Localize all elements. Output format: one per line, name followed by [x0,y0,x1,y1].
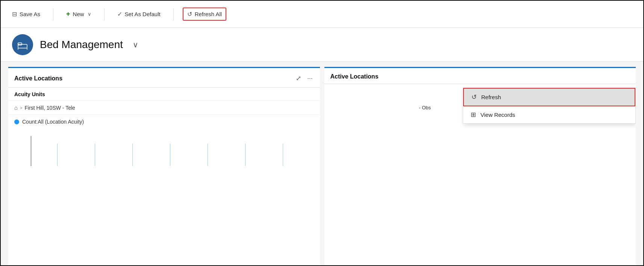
toolbar: ⊟ Save As + New ∨ ✓ Set As Default ↺ Ref… [1,1,643,28]
save-as-button[interactable]: ⊟ Save As [8,8,44,20]
bed-management-icon [17,39,28,50]
expand-icon[interactable]: ⤢ [295,73,302,83]
chart-line-6 [245,144,245,166]
chart-line-1 [57,144,58,166]
refresh-menu-label: Refresh [481,94,501,100]
set-as-default-label: Set As Default [125,11,161,17]
chart-line-3 [132,144,133,166]
context-menu: ↺ Refresh ⊞ View Records [463,88,636,124]
new-chevron-icon: ∨ [88,11,91,17]
chart-line-2 [95,144,95,166]
right-panel-title: Active Locations [330,73,379,80]
divider-2 [104,8,105,20]
count-dot [14,119,19,124]
view-records-menu-item[interactable]: ⊞ View Records [463,106,635,123]
section-label: Acuity Units [8,88,320,101]
breadcrumb-text: First Hill, 10SW - Tele [25,105,75,111]
view-records-icon: ⊞ [471,111,476,119]
left-panel-header: Active Locations ⤢ ··· [8,68,320,88]
new-button[interactable]: + New ∨ [62,8,95,20]
breadcrumb-chevron-icon: > [20,106,22,110]
refresh-menu-item[interactable]: ↺ Refresh [463,88,635,106]
count-label: Count:All (Location Acuity) [22,119,84,125]
count-row: Count:All (Location Acuity) [8,115,320,128]
right-panel-header: Active Locations [324,68,636,84]
new-label: New [73,11,84,17]
left-panel-title: Active Locations [14,75,62,82]
left-panel: Active Locations ⤢ ··· Acuity Units ⌂ > … [8,67,320,266]
svg-rect-1 [18,43,22,45]
refresh-all-label: Refresh All [195,11,222,17]
refresh-all-button[interactable]: ↺ Refresh All [183,8,227,21]
refresh-menu-icon: ↺ [471,93,477,101]
divider-1 [53,8,53,20]
obs-label: - Obs [419,105,431,110]
view-records-label: View Records [480,112,515,118]
chart-lines [8,128,320,166]
set-as-default-button[interactable]: ✓ Set As Default [114,8,164,20]
app-icon-circle [12,34,33,55]
chart-line-4 [170,144,170,166]
chart-line-7 [283,144,283,166]
content-area: Active Locations ⤢ ··· Acuity Units ⌂ > … [1,62,643,266]
chart-axis [31,136,31,166]
app-title: Bed Management [40,39,123,51]
checkmark-icon: ✓ [117,11,122,18]
home-icon: ⌂ [14,104,18,111]
plus-icon: + [66,10,70,18]
more-options-icon[interactable]: ··· [306,74,314,83]
breadcrumb-row: ⌂ > First Hill, 10SW - Tele [8,101,320,115]
chart-line-5 [208,144,208,166]
divider-3 [173,8,174,20]
app-title-chevron-icon[interactable]: ∨ [133,40,138,49]
save-icon: ⊟ [12,11,17,18]
save-as-label: Save As [20,11,40,17]
refresh-icon: ↺ [187,11,192,18]
app-header: Bed Management ∨ [1,28,643,62]
left-panel-icons: ⤢ ··· [295,73,314,83]
right-panel: Active Locations ↺ Refresh ⊞ View Record… [324,67,636,266]
